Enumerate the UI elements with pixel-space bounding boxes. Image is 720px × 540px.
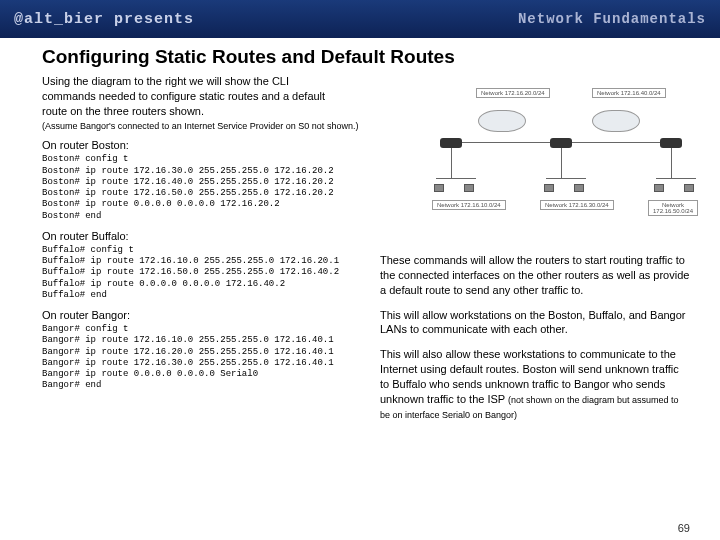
diagram-lan-2 [546, 178, 586, 179]
explanation-column: These commands will allow the routers to… [380, 253, 690, 431]
header-right: Network Fundamentals [518, 11, 706, 27]
explain-p3: This will also allow these workstations … [380, 347, 690, 421]
diagram-net3: Network 172.16.10.0/24 [432, 200, 506, 210]
pc-icon [464, 184, 474, 192]
pc-icon [434, 184, 444, 192]
explain-p1: These commands will allow the routers to… [380, 253, 690, 298]
diagram-link-1 [462, 142, 550, 143]
diagram-drop-3 [671, 148, 672, 178]
diagram-net5: Network 172.16.50.0/24 [648, 200, 698, 216]
router-boston-icon [440, 138, 462, 148]
router-buffalo-icon [550, 138, 572, 148]
pc-icon [654, 184, 664, 192]
pc-icon [684, 184, 694, 192]
diagram-cloud-1 [478, 110, 526, 132]
diagram-net4: Network 172.16.30.0/24 [540, 200, 614, 210]
diagram-drop-2 [561, 148, 562, 178]
pc-icon [574, 184, 584, 192]
section-buffalo-label: On router Buffalo: [42, 230, 690, 242]
diagram-lan-3 [656, 178, 696, 179]
pc-icon [544, 184, 554, 192]
diagram-net2: Network 172.16.40.0/24 [592, 88, 666, 98]
router-bangor-icon [660, 138, 682, 148]
header-left: @alt_bier presents [14, 11, 194, 28]
page-number: 69 [678, 522, 690, 534]
diagram-net1: Network 172.16.20.0/24 [476, 88, 550, 98]
diagram-drop-1 [451, 148, 452, 178]
slide-header: @alt_bier presents Network Fundamentals [0, 0, 720, 38]
diagram-cloud-2 [592, 110, 640, 132]
diagram-lan-1 [436, 178, 476, 179]
diagram-link-2 [572, 142, 660, 143]
page-title: Configuring Static Routes and Default Ro… [42, 46, 690, 68]
slide-content: Configuring Static Routes and Default Ro… [0, 38, 720, 392]
intro-text: Using the diagram to the right we will s… [42, 74, 342, 119]
explain-p2: This will allow workstations on the Bost… [380, 308, 690, 338]
network-diagram: Network 172.16.20.0/24 Network 172.16.40… [432, 88, 692, 223]
